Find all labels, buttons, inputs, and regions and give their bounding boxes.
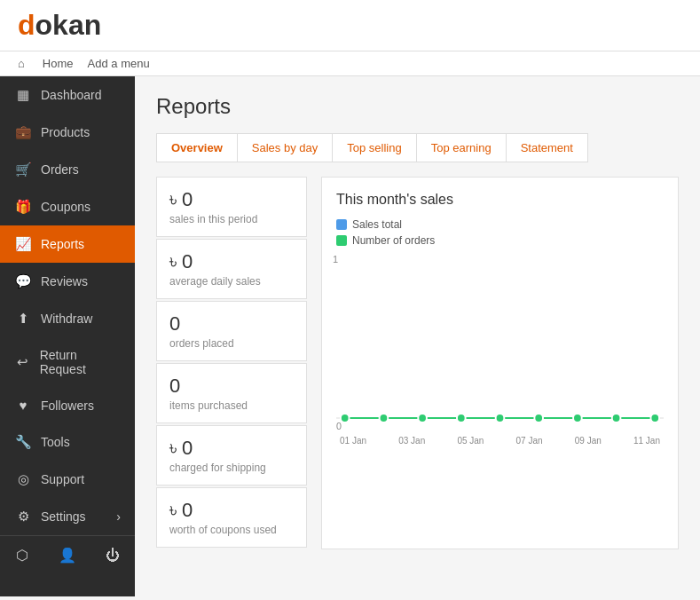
svg-point-3 [418,414,427,422]
stat-orders-placed: 0orders placed [156,301,307,361]
sidebar-label-reviews: Reviews [41,274,88,288]
sidebar-item-return-request[interactable]: ↩Return Request [0,337,135,387]
legend-sales-total: Sales total [336,218,664,231]
sidebar-label-dashboard: Dashboard [41,88,102,102]
sidebar-item-reviews[interactable]: 💬Reviews [0,263,135,300]
settings-arrow-icon: › [116,509,121,524]
sidebar-item-coupons[interactable]: 🎁Coupons [0,188,135,225]
sidebar-label-coupons: Coupons [41,200,90,214]
sidebar-label-support: Support [41,472,84,486]
sidebar-item-support[interactable]: ◎Support [0,461,135,498]
sidebar-label-followers: Followers [41,399,94,413]
reviews-icon: 💬 [14,273,32,289]
user-icon[interactable]: 👤 [45,536,90,574]
home-icon: ⌂ [18,57,25,70]
svg-point-7 [573,414,582,422]
stat-label-items-purchased: items purchased [169,399,294,412]
header: dokan [0,0,700,51]
sidebar-label-settings: Settings [41,509,86,524]
svg-point-4 [457,414,466,422]
legend-dot-num-orders [336,235,347,246]
dashboard-icon: ▦ [14,87,32,103]
svg-text:0: 0 [336,421,342,431]
x-label: 09 Jan [575,436,602,446]
chart-x-labels: 01 Jan03 Jan05 Jan07 Jan09 Jan11 Jan [336,436,664,446]
return-request-icon: ↩ [14,354,31,370]
x-label: 03 Jan [398,436,425,446]
stat-sales-period: ৳ 0sales in this period [156,177,307,237]
nav-bar: ⌂ Home Add a menu [0,51,700,76]
stats-panel: ৳ 0sales in this period৳ 0average daily … [156,177,307,549]
withdraw-icon: ⬆ [14,311,32,327]
sidebar-label-products: Products [41,125,90,139]
sidebar-item-products[interactable]: 💼Products [0,114,135,151]
stat-label-orders-placed: orders placed [169,337,294,350]
legend-dot-sales-total [336,219,347,230]
svg-point-1 [341,414,350,422]
tab-statement[interactable]: Statement [507,134,587,162]
stat-label-coupons-used: worth of coupons used [169,524,294,536]
stat-value-orders-placed: 0 [169,312,294,336]
reports-icon: 📈 [14,236,32,252]
tab-sales-by-day[interactable]: Sales by day [238,134,333,162]
nav-home-link[interactable]: Home [43,57,74,70]
logo-d: d [18,9,35,41]
settings-icon: ⚙ [14,509,32,525]
chart-title: This month's sales [336,192,664,208]
chart-svg: 0 [336,254,664,431]
stat-label-sales-period: sales in this period [169,213,294,225]
page-title: Reports [156,94,679,119]
stat-value-items-purchased: 0 [169,375,294,398]
logo-rest: okan [35,9,102,41]
sidebar: ▦Dashboard💼Products🛒Orders🎁Coupons📈Repor… [0,76,135,596]
coupons-icon: 🎁 [14,199,32,215]
tab-top-earning[interactable]: Top earning [417,134,507,162]
sidebar-item-tools[interactable]: 🔧Tools [0,423,135,461]
tabs-container: OverviewSales by dayTop sellingTop earni… [156,133,588,162]
nav-add-menu-link[interactable]: Add a menu [88,57,150,70]
legend-num-orders: Number of orders [336,234,664,247]
sidebar-label-reports: Reports [41,237,84,251]
layout: ▦Dashboard💼Products🛒Orders🎁Coupons📈Repor… [0,76,700,596]
logo: dokan [18,9,101,42]
stat-items-purchased: 0items purchased [156,363,307,423]
tools-icon: 🔧 [14,434,32,450]
chart-legend: Sales totalNumber of orders [336,218,664,247]
chart-area: 1 [336,254,664,449]
x-label: 11 Jan [633,436,660,446]
support-icon: ◎ [14,471,32,487]
sidebar-label-orders: Orders [41,162,79,177]
sidebar-item-followers[interactable]: ♥Followers [0,387,135,423]
sidebar-label-tools: Tools [41,435,70,449]
main-content: Reports OverviewSales by dayTop sellingT… [135,76,700,596]
x-label: 01 Jan [340,436,366,446]
stat-value-avg-daily: ৳ 0 [169,250,294,273]
orders-icon: 🛒 [14,162,32,178]
sidebar-item-reports[interactable]: 📈Reports [0,225,135,263]
tab-overview[interactable]: Overview [157,134,238,162]
content-area: ৳ 0sales in this period৳ 0average daily … [156,177,679,549]
followers-icon: ♥ [14,398,32,413]
stat-value-sales-period: ৳ 0 [169,188,294,211]
power-icon[interactable]: ⏻ [90,536,135,574]
sidebar-item-dashboard[interactable]: ▦Dashboard [0,76,135,114]
stat-label-avg-daily: average daily sales [169,275,294,288]
stat-avg-daily: ৳ 0average daily sales [156,239,307,299]
y-axis-label: 1 [333,254,338,264]
x-label: 07 Jan [516,436,543,446]
sidebar-label-withdraw: Withdraw [41,312,92,326]
sidebar-item-withdraw[interactable]: ⬆Withdraw [0,300,135,337]
sidebar-item-settings[interactable]: ⚙Settings› [0,498,135,535]
svg-point-6 [534,414,543,422]
stat-coupons-used: ৳ 0worth of coupons used [156,487,307,548]
sidebar-label-return-request: Return Request [40,348,121,376]
legend-label-sales-total: Sales total [352,218,402,231]
tab-top-selling[interactable]: Top selling [333,134,416,162]
sidebar-bottom: ⬡👤⏻ [0,535,135,574]
external-link-icon[interactable]: ⬡ [0,536,45,574]
svg-point-5 [496,414,505,422]
sidebar-item-orders[interactable]: 🛒Orders [0,151,135,188]
chart-panel: This month's sales Sales totalNumber of … [321,177,679,549]
legend-label-num-orders: Number of orders [352,234,435,247]
x-label: 05 Jan [457,436,484,446]
